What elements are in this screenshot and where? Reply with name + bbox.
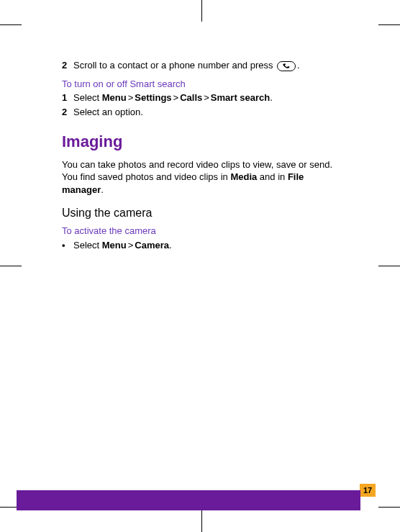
- step-row: 2 Select an option.: [62, 106, 335, 119]
- bold-text: Media: [230, 171, 257, 182]
- menu-path-item: Settings: [135, 92, 171, 103]
- bullet-row: • Select Menu>Camera.: [62, 239, 335, 252]
- crop-mark: [378, 266, 400, 266]
- menu-path-item: Camera: [135, 240, 169, 251]
- sub-heading: To activate the camera: [62, 225, 335, 238]
- crop-mark: [201, 510, 202, 532]
- menu-path-item: Calls: [180, 92, 202, 103]
- crop-mark: [201, 0, 202, 22]
- step-number: 1: [62, 91, 73, 104]
- menu-path-item: Menu: [102, 240, 127, 251]
- text: .: [297, 60, 300, 71]
- crop-mark: [0, 24, 22, 25]
- menu-path-item: Smart search: [211, 92, 270, 103]
- text: Select: [73, 92, 102, 103]
- separator: >: [128, 240, 134, 251]
- step-number: 2: [62, 59, 73, 72]
- text: and in: [257, 171, 288, 182]
- sub-heading: To turn on or off Smart search: [62, 78, 335, 91]
- text: Scroll to a contact or a phone number an…: [73, 60, 276, 71]
- crop-mark: [378, 24, 400, 25]
- bullet: •: [62, 239, 73, 252]
- sub-section-heading: Using the camera: [62, 205, 335, 221]
- crop-mark: [378, 507, 400, 508]
- page-content: 2 Scroll to a contact or a phone number …: [62, 59, 335, 253]
- crop-mark: [0, 266, 22, 266]
- step-number: 2: [62, 106, 73, 119]
- separator: >: [204, 92, 209, 103]
- separator: >: [173, 92, 179, 103]
- text: .: [270, 92, 273, 103]
- text: Select: [73, 240, 102, 251]
- menu-path-item: Menu: [102, 92, 127, 103]
- step-text: Select Menu>Settings>Calls>Smart search.: [73, 91, 335, 104]
- call-icon: [277, 61, 296, 71]
- footer-bar: [17, 490, 360, 510]
- step-row: 1 Select Menu>Settings>Calls>Smart searc…: [62, 91, 335, 104]
- text: .: [169, 240, 172, 251]
- paragraph: You can take photos and record video cli…: [62, 158, 335, 197]
- section-heading: Imaging: [62, 131, 335, 153]
- step-text: Select an option.: [73, 106, 335, 119]
- text: .: [101, 184, 104, 195]
- separator: >: [128, 92, 134, 103]
- step-text: Scroll to a contact or a phone number an…: [73, 59, 335, 72]
- page-number: 17: [360, 484, 376, 497]
- step-text: Select Menu>Camera.: [73, 239, 335, 252]
- step-row: 2 Scroll to a contact or a phone number …: [62, 59, 335, 72]
